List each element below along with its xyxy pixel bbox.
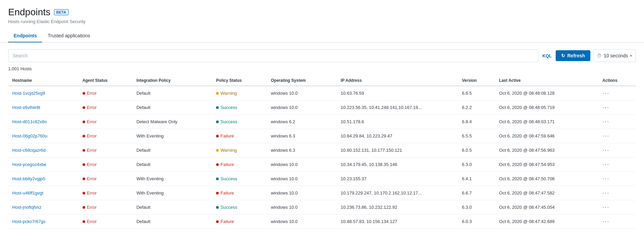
endpoints-table: Hostname Agent Status Integration Policy… [8,75,636,229]
hostname-link[interactable]: Host-1vcjd25vg9 [12,91,45,96]
policy-status-label: Failure [220,133,234,138]
cell-version: 6.6.5 [458,86,495,100]
actions-menu-button[interactable]: ··· [603,218,610,225]
table-header-row: Hostname Agent Status Integration Policy… [8,75,636,86]
time-selector[interactable]: ⏱ 10 seconds ▾ [593,49,636,62]
cell-agent-status: Error [78,200,132,215]
cell-agent-status: Error [78,186,132,200]
policy-status-dot [216,135,219,137]
agent-status-label: Error [87,219,97,224]
cell-last-active: Oct 6, 2020 @ 08:47:54.953 [495,157,598,172]
policy-status-dot [216,220,219,223]
policy-status-label: Success [220,105,237,110]
tab-trusted-applications[interactable]: Trusted applications [42,30,95,42]
actions-menu-button[interactable]: ··· [603,189,610,196]
policy-status-dot [216,92,219,95]
cell-last-active: Oct 6, 2020 @ 08:47:59.646 [495,129,598,143]
table-row: Host-1vcjd25vg9 Error Default Warning wi… [8,86,636,100]
cell-integration-policy: Default [132,143,212,157]
hostname-link[interactable]: Host-d011c82x8o [12,119,47,124]
cell-os: windows 6.3 [267,129,337,143]
tab-nav: Endpoints Trusted applications [0,30,644,42]
cell-version: 6.0.5 [458,143,495,157]
hostname-link[interactable]: Host-x6vlhiir8t [12,105,40,110]
policy-status-label: Failure [220,190,234,196]
actions-menu-button[interactable]: ··· [603,132,610,139]
agent-status-dot [83,120,85,123]
cell-last-active: Oct 6, 2020 @ 08:47:56.963 [495,143,598,157]
policy-status-dot [216,192,219,194]
cell-policy-status: Failure [212,186,267,200]
cell-last-active: Oct 6, 2020 @ 08:48:03.171 [495,115,598,129]
kql-button[interactable]: KQL [541,53,553,58]
agent-status-dot [83,192,85,194]
cell-actions: ··· [598,100,636,115]
cell-actions: ··· [598,86,636,100]
host-count: 1,001 Hosts [8,66,636,71]
hostname-link[interactable]: Host-ycegoz4xbe [12,162,46,167]
search-input[interactable] [8,49,538,62]
policy-status-label: Success [220,119,237,124]
agent-status-dot [83,220,85,223]
actions-menu-button[interactable]: ··· [603,204,610,210]
cell-version: 6.3.0 [458,157,495,172]
hostname-link[interactable]: Host-u46ff1gvgt [12,190,43,196]
table-row: Host-x6vlhiir8t Error Default Success wi… [8,100,636,115]
table-row: Host-pcko7r67gs Error Default Failure wi… [8,215,636,229]
policy-status-dot [216,163,219,166]
cell-ip: 10.88.57.83, 10.156.134.127 [337,215,458,229]
cell-ip: 10.84.29.84, 10.223.29.47 [337,129,458,143]
col-agent-status: Agent Status [78,75,132,86]
cell-actions: ··· [598,157,636,172]
cell-integration-policy: Detect Malware Only [132,115,212,129]
hostname-link[interactable]: Host-c68cqazr6d [12,148,46,153]
cell-integration-policy: Default [132,200,212,215]
cell-ip: 10.63.76.59 [337,86,458,100]
hostname-link[interactable]: Host-06g02p760u [12,133,47,138]
cell-integration-policy: With Eventing [132,172,212,186]
main-content: KQL ↻ Refresh ⏱ 10 seconds ▾ 1,001 Hosts… [0,42,644,236]
refresh-button[interactable]: ↻ Refresh [556,50,590,61]
cell-policy-status: Warning [212,143,267,157]
actions-menu-button[interactable]: ··· [603,161,610,168]
cell-last-active: Oct 6, 2020 @ 08:47:50.708 [495,172,598,186]
cell-hostname: Host-u46ff1gvgt [8,186,78,200]
time-label: 10 seconds [604,53,628,58]
cell-version: 6.8.4 [458,115,495,129]
page-header: Endpoints BETA Hosts running Elastic End… [0,0,644,24]
policy-status-dot [216,149,219,152]
agent-status-dot [83,106,85,109]
actions-menu-button[interactable]: ··· [603,118,610,125]
tab-endpoints[interactable]: Endpoints [8,30,42,42]
refresh-label: Refresh [567,53,585,58]
cell-policy-status: Success [212,200,267,215]
cell-os: windows 10.0 [267,86,337,100]
hostname-link[interactable]: Host-pcko7r67gs [12,219,46,224]
cell-last-active: Oct 6, 2020 @ 08:48:08.128 [495,86,598,100]
table-row: Host-u46ff1gvgt Error With Eventing Fail… [8,186,636,200]
cell-policy-status: Success [212,172,267,186]
hostname-link[interactable]: Host-bb8y2vgjp5 [12,176,46,181]
cell-os: windows 6.2 [267,115,337,129]
col-last-active: Last Active [495,75,598,86]
cell-hostname: Host-bb8y2vgjp5 [8,172,78,186]
cell-actions: ··· [598,143,636,157]
table-row: Host-c68cqazr6d Error Default Warning wi… [8,143,636,157]
cell-version: 6.6.7 [458,186,495,200]
actions-menu-button[interactable]: ··· [603,104,610,111]
cell-policy-status: Failure [212,215,267,229]
actions-menu-button[interactable]: ··· [603,175,610,182]
cell-hostname: Host-c68cqazr6d [8,143,78,157]
cell-policy-status: Failure [212,129,267,143]
cell-hostname: Host-jnoftqfvxz [8,200,78,215]
cell-agent-status: Error [78,100,132,115]
table-row: Host-d011c82x8o Error Detect Malware Onl… [8,115,636,129]
cell-agent-status: Error [78,157,132,172]
cell-agent-status: Error [78,143,132,157]
hostname-link[interactable]: Host-jnoftqfvxz [12,205,41,210]
cell-agent-status: Error [78,86,132,100]
clock-icon: ⏱ [597,53,602,58]
actions-menu-button[interactable]: ··· [603,147,610,153]
col-os: Operating System [267,75,337,86]
actions-menu-button[interactable]: ··· [603,90,610,96]
